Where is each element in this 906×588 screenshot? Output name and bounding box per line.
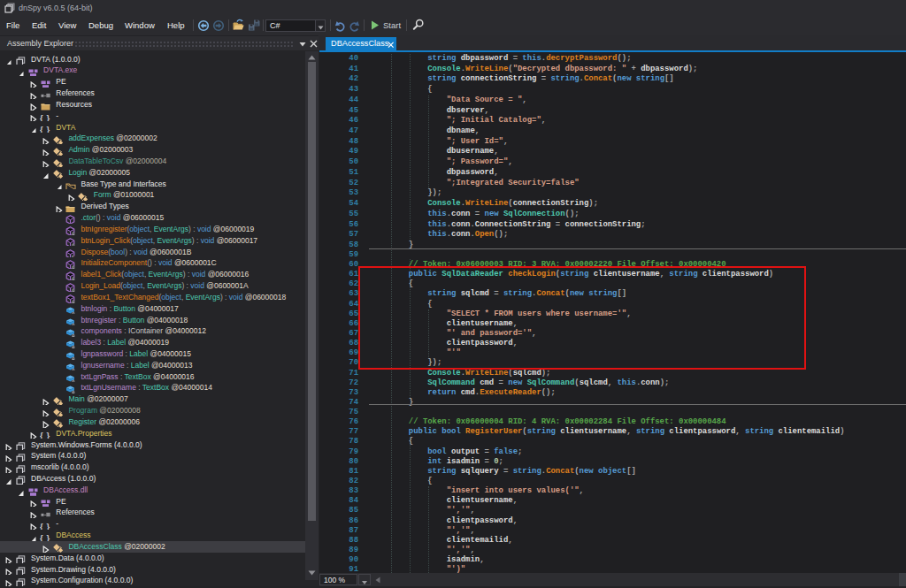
svg-text:}: } <box>47 113 50 121</box>
svg-text:}: } <box>47 125 50 133</box>
svg-text:{: { <box>40 113 43 121</box>
svg-text:}: } <box>47 522 50 530</box>
svg-text:}: } <box>47 533 50 541</box>
svg-text:{: { <box>40 522 43 530</box>
svg-text:{: { <box>40 533 43 541</box>
svg-text:}: } <box>47 431 50 439</box>
svg-text:{: { <box>40 125 43 133</box>
svg-text:{: { <box>40 431 43 439</box>
